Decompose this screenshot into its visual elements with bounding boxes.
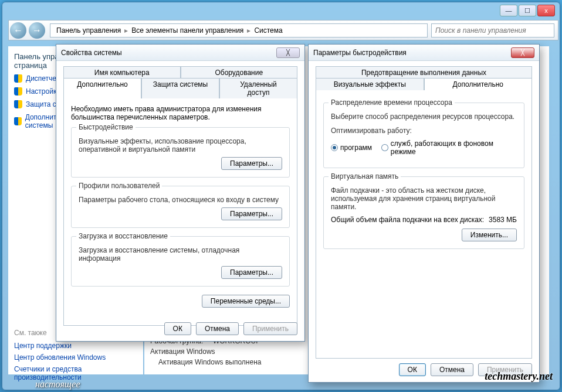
tab-computer-name[interactable]: Имя компьютера [63, 66, 181, 79]
tab-advanced[interactable]: Дополнительно [63, 78, 141, 98]
activation-status: Активация Windows выполнена [150, 358, 261, 366]
env-vars-button[interactable]: Переменные среды... [202, 295, 290, 308]
radio-programs[interactable]: программ [331, 144, 372, 152]
system-properties-dialog: Свойства системы ╳ Имя компьютера Оборуд… [56, 44, 305, 342]
watermark: techmastery.net [485, 370, 553, 383]
shield-icon [14, 117, 22, 125]
intro-text: Необходимо иметь права администратора дл… [71, 105, 290, 121]
optimize-label: Оптимизировать работу: [331, 127, 517, 135]
group-text: Визуальные эффекты, использование процес… [79, 137, 282, 154]
tab-remote[interactable]: Удаленный доступ [219, 78, 297, 98]
tab-page: Распределение времени процессора Выберит… [316, 89, 532, 359]
dialog-close-button[interactable]: ╳ [511, 47, 534, 58]
chevron-right-icon: ▸ [246, 26, 252, 35]
dialog-buttons: ОК Отмена Применить [164, 322, 297, 335]
apply-button[interactable]: Применить [243, 322, 297, 335]
tab-hardware[interactable]: Оборудование [181, 66, 298, 79]
breadcrumb-part[interactable]: Система [252, 26, 285, 35]
ok-button[interactable]: ОК [399, 363, 426, 376]
radio-icon [331, 144, 338, 151]
dialog-titlebar[interactable]: Параметры быстродействия ╳ [309, 45, 539, 61]
performance-options-dialog: Параметры быстродействия ╳ Предотвращени… [308, 44, 540, 383]
cancel-button[interactable]: Отмена [196, 322, 239, 335]
dialog-title: Свойства системы [61, 49, 122, 57]
startup-group: Загрузка и восстановление Загрузка и вос… [71, 236, 290, 287]
close-button[interactable]: x [537, 5, 555, 16]
breadcrumb[interactable]: Панель управления ▸ Все элементы панели … [50, 23, 428, 38]
profiles-settings-button[interactable]: Параметры... [221, 207, 282, 220]
tab-page: Необходимо иметь права администратора дл… [63, 97, 297, 326]
radio-label: служб, работающих в фоновом режиме [391, 139, 517, 156]
sidebar-link[interactable]: Центр поддержки [14, 342, 137, 350]
tab-visual-effects[interactable]: Визуальные эффекты [316, 78, 424, 90]
explorer-toolbar: ← → Панель управления ▸ Все элементы пан… [8, 20, 558, 40]
activation-heading: Активация Windows [150, 347, 261, 356]
group-text: Загрузка и восстановление системы, отлад… [79, 246, 282, 263]
dialog-body: Имя компьютера Оборудование Дополнительн… [56, 61, 304, 341]
group-title: Распределение времени процессора [329, 98, 455, 107]
radio-services[interactable]: служб, работающих в фоновом режиме [381, 139, 517, 156]
dialog-body: Предотвращение выполнения данных Визуаль… [309, 61, 539, 382]
radio-icon [381, 144, 388, 151]
breadcrumb-part[interactable]: Панель управления [54, 26, 123, 35]
performance-group: Быстродействие Визуальные эффекты, испол… [71, 127, 290, 178]
group-title: Виртуальная память [329, 172, 401, 180]
radio-label: программ [340, 144, 372, 152]
tab-advanced[interactable]: Дополнительно [424, 78, 533, 90]
tabs-row-bottom: Дополнительно Защита системы Удаленный д… [63, 77, 297, 98]
profiles-group: Профили пользователей Параметры рабочего… [71, 186, 290, 228]
tabs-row-top: Предотвращение выполнения данных [316, 66, 532, 78]
tab-protection[interactable]: Защита системы [141, 78, 219, 98]
taskbar-label: настоящее [35, 379, 80, 390]
chevron-right-icon: ▸ [123, 26, 129, 35]
tabs-row-bottom: Визуальные эффекты Дополнительно [316, 77, 532, 90]
scheduling-group: Распределение времени процессора Выберит… [323, 103, 524, 168]
shield-icon [14, 74, 22, 83]
dialog-titlebar[interactable]: Свойства системы ╳ [56, 45, 304, 61]
minimize-button[interactable]: — [500, 5, 517, 16]
search-input[interactable] [435, 26, 550, 35]
performance-settings-button[interactable]: Параметры... [221, 157, 282, 170]
pagefile-value: 3583 МБ [489, 216, 517, 224]
tab-dep[interactable]: Предотвращение выполнения данных [316, 66, 532, 79]
dialog-title: Параметры быстродействия [313, 49, 407, 57]
group-text: Файл подкачки - это область на жестком д… [331, 186, 517, 211]
shield-icon [14, 100, 22, 108]
breadcrumb-part[interactable]: Все элементы панели управления [129, 26, 246, 35]
shield-icon [14, 87, 22, 96]
search-box[interactable] [431, 23, 554, 38]
tabs-row-top: Имя компьютера Оборудование [63, 66, 297, 78]
cancel-button[interactable]: Отмена [431, 363, 473, 376]
pagefile-label: Общий объем файла подкачки на всех диска… [331, 216, 484, 224]
sidebar-link[interactable]: Центр обновления Windows [14, 353, 137, 362]
group-title: Быстродействие [76, 123, 136, 131]
maximize-button[interactable]: ☐ [519, 5, 536, 16]
dialog-close-button[interactable]: ╳ [276, 47, 300, 58]
titlebar-controls: — ☐ x [500, 5, 555, 16]
vmem-group: Виртуальная память Файл подкачки - это о… [323, 176, 524, 249]
group-text: Параметры рабочего стола, относящиеся ко… [79, 196, 282, 204]
nav-back-button[interactable]: ← [10, 22, 26, 39]
nav-forward-button[interactable]: → [29, 22, 45, 39]
ok-button[interactable]: ОК [164, 322, 191, 335]
radio-group: программ служб, работающих в фоновом реж… [331, 139, 517, 156]
group-title: Загрузка и восстановление [76, 232, 170, 240]
group-text: Выберите способ распределения ресурсов п… [331, 113, 517, 121]
startup-settings-button[interactable]: Параметры... [221, 266, 282, 279]
group-title: Профили пользователей [76, 182, 162, 190]
change-button[interactable]: Изменить... [462, 229, 517, 241]
